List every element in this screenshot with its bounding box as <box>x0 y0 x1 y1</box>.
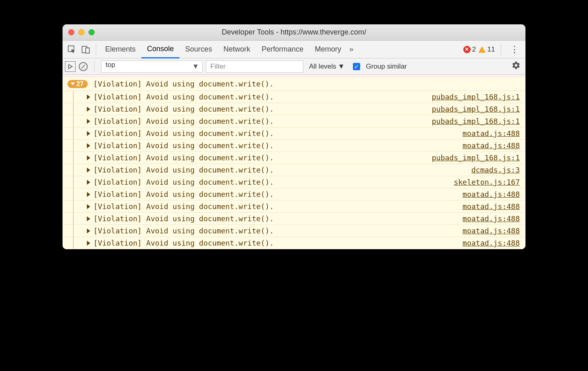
log-message: [Violation] Avoid using document.write()… <box>93 141 458 150</box>
log-message: [Violation] Avoid using document.write()… <box>93 214 458 223</box>
group-count-badge: 27 <box>67 80 88 88</box>
log-source-link[interactable]: skeleton.js:167 <box>454 178 520 186</box>
more-tabs-button[interactable]: » <box>347 45 356 54</box>
indent-guide <box>73 115 74 127</box>
caret-right-icon <box>87 168 90 173</box>
indent-guide <box>73 225 74 237</box>
chevron-down-icon: ▼ <box>192 63 199 71</box>
tab-console[interactable]: Console <box>141 41 179 58</box>
log-source-link[interactable]: pubads_impl_168.js:1 <box>432 93 520 101</box>
filter-input[interactable] <box>206 60 303 73</box>
error-icon: ✕ <box>463 46 471 53</box>
log-source-link[interactable]: moatad.js:488 <box>463 239 520 247</box>
tab-network[interactable]: Network <box>218 41 256 58</box>
log-message: [Violation] Avoid using document.write()… <box>93 239 458 247</box>
indent-guide <box>73 140 74 151</box>
indent-guide <box>73 91 74 103</box>
caret-right-icon <box>87 131 90 136</box>
log-message: [Violation] Avoid using document.write()… <box>93 202 458 211</box>
console-toolbar: top ▼ All levels ▼ ✓ Group similar <box>63 58 525 75</box>
log-source-link[interactable]: moatad.js:488 <box>463 129 520 138</box>
devtools-window: Developer Tools - https://www.theverge.c… <box>63 24 525 249</box>
chevron-down-icon: ▼ <box>338 63 345 71</box>
titlebar: Developer Tools - https://www.theverge.c… <box>63 24 525 41</box>
log-source-link[interactable]: moatad.js:488 <box>463 141 520 150</box>
indent-guide <box>73 176 74 188</box>
indent-guide <box>73 237 74 249</box>
group-message: [Violation] Avoid using document.write()… <box>93 80 274 88</box>
caret-right-icon <box>87 107 90 112</box>
log-source-link[interactable]: moatad.js:488 <box>463 202 520 211</box>
warning-count[interactable]: 11 <box>478 45 495 54</box>
indent-guide <box>73 127 74 139</box>
log-source-link[interactable]: pubads_impl_168.js:1 <box>432 153 520 162</box>
log-message: [Violation] Avoid using document.write()… <box>93 105 428 113</box>
zoom-window-button[interactable] <box>89 29 95 35</box>
caret-right-icon <box>87 192 90 197</box>
log-message: [Violation] Avoid using document.write()… <box>93 178 450 186</box>
indent-guide <box>73 152 74 164</box>
window-title: Developer Tools - https://www.theverge.c… <box>63 28 525 37</box>
caret-right-icon <box>87 241 90 246</box>
tab-elements[interactable]: Elements <box>99 41 141 58</box>
warning-count-value: 11 <box>487 45 495 54</box>
log-message: [Violation] Avoid using document.write()… <box>93 166 467 174</box>
separator <box>94 61 95 72</box>
log-row[interactable]: [Violation] Avoid using document.write()… <box>63 152 525 164</box>
clear-console-button[interactable] <box>79 62 88 71</box>
context-selector[interactable]: top ▼ <box>101 60 203 73</box>
device-toolbar-icon[interactable] <box>79 41 93 58</box>
group-similar-label: Group similar <box>366 63 407 71</box>
separator <box>501 44 501 55</box>
log-row[interactable]: [Violation] Avoid using document.write()… <box>63 115 525 127</box>
error-count[interactable]: ✕ 2 <box>463 45 476 54</box>
log-levels-selector[interactable]: All levels ▼ <box>307 63 347 71</box>
tab-performance[interactable]: Performance <box>256 41 309 58</box>
log-source-link[interactable]: moatad.js:488 <box>463 226 520 235</box>
log-row[interactable]: [Violation] Avoid using document.write()… <box>63 225 525 237</box>
error-count-value: 2 <box>472 45 476 54</box>
levels-label: All levels <box>309 63 336 71</box>
caret-right-icon <box>87 95 90 99</box>
log-row[interactable]: [Violation] Avoid using document.write()… <box>63 213 525 225</box>
log-row[interactable]: [Violation] Avoid using document.write()… <box>63 140 525 152</box>
group-similar-checkbox[interactable]: ✓ <box>353 63 360 70</box>
caret-down-icon <box>71 82 75 85</box>
log-row[interactable]: [Violation] Avoid using document.write()… <box>63 201 525 213</box>
log-source-link[interactable]: dcmads.js:3 <box>471 166 520 174</box>
tab-memory[interactable]: Memory <box>309 41 347 58</box>
log-source-link[interactable]: pubads_impl_168.js:1 <box>432 117 520 125</box>
log-group-header[interactable]: 27 [Violation] Avoid using document.writ… <box>63 77 525 91</box>
devtools-tabbar: ElementsConsoleSourcesNetworkPerformance… <box>63 41 525 58</box>
warning-icon <box>478 46 486 53</box>
more-options-button[interactable]: ⋮ <box>507 44 522 55</box>
tab-sources[interactable]: Sources <box>179 41 218 58</box>
caret-right-icon <box>87 180 90 185</box>
log-source-link[interactable]: moatad.js:488 <box>463 214 520 223</box>
log-row[interactable]: [Violation] Avoid using document.write()… <box>63 164 525 176</box>
indent-guide <box>73 213 74 224</box>
log-source-link[interactable]: pubads_impl_168.js:1 <box>432 105 520 113</box>
close-window-button[interactable] <box>68 29 74 35</box>
indent-guide <box>73 164 74 176</box>
log-row[interactable]: [Violation] Avoid using document.write()… <box>63 91 525 103</box>
svg-rect-2 <box>86 48 89 53</box>
log-row[interactable]: [Violation] Avoid using document.write()… <box>63 237 525 249</box>
caret-right-icon <box>87 204 90 209</box>
caret-right-icon <box>87 155 90 160</box>
log-message: [Violation] Avoid using document.write()… <box>93 129 458 138</box>
log-row[interactable]: [Violation] Avoid using document.write()… <box>63 103 525 115</box>
indent-guide <box>73 188 74 200</box>
group-count-value: 27 <box>76 80 84 88</box>
log-row[interactable]: [Violation] Avoid using document.write()… <box>63 176 525 188</box>
caret-right-icon <box>87 119 90 124</box>
log-source-link[interactable]: moatad.js:488 <box>463 190 520 198</box>
minimize-window-button[interactable] <box>78 29 84 35</box>
show-console-sidebar-button[interactable] <box>65 61 76 72</box>
log-row[interactable]: [Violation] Avoid using document.write()… <box>63 188 525 201</box>
inspect-element-icon[interactable] <box>65 41 79 58</box>
console-settings-button[interactable] <box>512 61 523 72</box>
log-message: [Violation] Avoid using document.write()… <box>93 226 458 235</box>
log-row[interactable]: [Violation] Avoid using document.write()… <box>63 127 525 140</box>
context-value: top <box>106 61 115 69</box>
